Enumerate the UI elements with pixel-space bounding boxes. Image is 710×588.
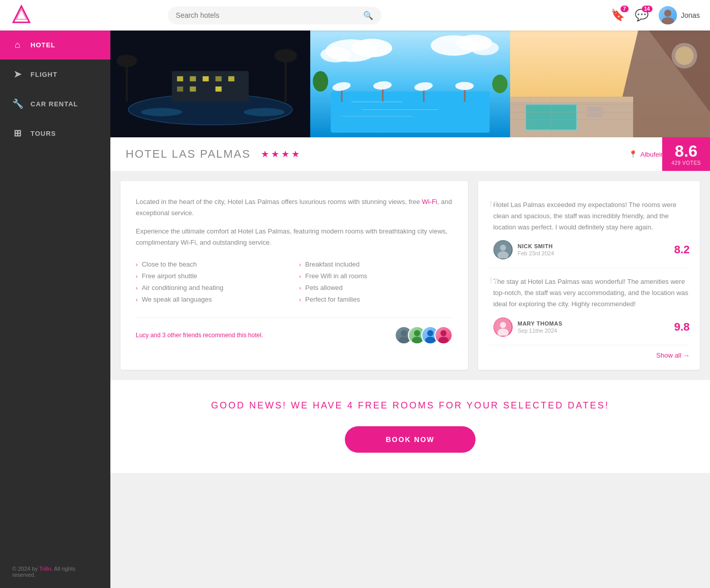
amenity-arrow-1: › <box>299 261 301 268</box>
star-1: ★ <box>261 149 269 160</box>
amenity-4: › Air conditioning and heating <box>136 284 289 291</box>
amenity-2: › Free airport shuttle <box>136 272 289 280</box>
svg-rect-15 <box>190 76 196 81</box>
sidebar-item-car-rental[interactable]: 🔧 CAR RENTAL <box>0 89 110 119</box>
svg-rect-48 <box>510 97 633 102</box>
hero-image-1[interactable] <box>110 31 310 137</box>
reviewer-date-0: Feb 23rd 2024 <box>518 250 669 256</box>
amenity-3: › Free Wifi in all rooms <box>299 272 452 280</box>
amenity-arrow-5: › <box>299 285 301 291</box>
content-area: Located in the heart of the city, Hotel … <box>110 171 710 380</box>
friends-text: Lucy and 3 other friends recommend this … <box>136 332 263 339</box>
svg-point-38 <box>455 82 474 90</box>
hotel-name: HOTEL LAS PALMAS <box>126 148 251 161</box>
svg-point-8 <box>244 108 285 116</box>
svg-point-12 <box>274 49 297 62</box>
amenities-list: › Close to the beach › Breakfast include… <box>136 260 453 303</box>
header: 🔍 🔖 7 💬 14 Jonas <box>0 0 710 31</box>
hotel-stars: ★ ★ ★ ★ <box>261 149 300 160</box>
reviewer-date-1: Sep 11the 2024 <box>518 328 669 334</box>
sidebar-item-tours[interactable]: ⊞ TOURS <box>0 119 110 148</box>
svg-rect-11 <box>285 56 287 102</box>
amenity-text-1: Breakfast included <box>305 260 360 268</box>
amenity-text-5: Pets allowed <box>305 284 343 291</box>
show-all-reviews[interactable]: Show all → <box>488 345 690 360</box>
svg-point-7 <box>141 108 182 116</box>
amenity-1: › Breakfast included <box>299 260 452 268</box>
amenity-text-6: We speak all languages <box>142 296 212 303</box>
amenity-arrow-2: › <box>136 273 138 279</box>
search-input[interactable] <box>176 11 363 19</box>
sidebar-item-tours-label: TOURS <box>31 130 56 137</box>
star-3: ★ <box>281 149 289 160</box>
rating-score: 8.6 <box>671 143 701 159</box>
cta-title-highlight: 4 FREE ROOMS <box>347 400 435 410</box>
hero-gallery <box>110 31 710 137</box>
amenity-arrow-6: › <box>136 297 138 303</box>
svg-point-10 <box>116 55 137 67</box>
hero-image-3[interactable] <box>510 31 710 137</box>
footer-link[interactable]: Trillo <box>39 566 51 572</box>
reviews-card: " Hotel Las Palmas exceeded my expectati… <box>478 181 700 370</box>
amenity-7: › Perfect for families <box>299 296 452 303</box>
svg-point-2 <box>664 10 671 17</box>
svg-point-61 <box>399 337 409 343</box>
cta-title: GOOD NEWS! WE HAVE 4 FREE ROOMS FOR YOUR… <box>121 400 700 411</box>
svg-point-60 <box>401 330 407 336</box>
svg-point-59 <box>675 46 693 65</box>
amenity-text-2: Free airport shuttle <box>142 272 197 280</box>
svg-rect-21 <box>216 86 222 92</box>
show-all-link[interactable]: Show all → <box>656 351 690 359</box>
reviewer-score-0: 8.2 <box>674 243 690 256</box>
hotel-description-2: Experience the ultimate comfort at Hotel… <box>136 226 453 248</box>
wifi-link[interactable]: Wi-Fi <box>422 198 437 205</box>
cta-title-prefix: GOOD NEWS! WE HAVE <box>211 400 347 410</box>
svg-rect-18 <box>228 76 234 81</box>
review-item-1: " The stay at Hotel Las Palmas was wonde… <box>488 268 690 345</box>
svg-point-72 <box>500 322 506 328</box>
quote-mark-1: " <box>488 273 498 299</box>
review-text-1: The stay at Hotel Las Palmas was wonderf… <box>488 276 690 310</box>
svg-point-64 <box>427 330 433 336</box>
hotel-description-1: Located in the heart of the city, Hotel … <box>136 196 453 219</box>
amenity-6: › We speak all languages <box>136 296 289 303</box>
messages-button[interactable]: 💬 14 <box>635 9 648 22</box>
amenity-arrow-0: › <box>136 261 138 268</box>
amenity-text-7: Perfect for families <box>305 296 360 303</box>
star-2: ★ <box>271 149 279 160</box>
svg-point-40 <box>492 75 508 93</box>
reviewer-avatar-0 <box>493 240 513 259</box>
book-now-button[interactable]: BOOK NOW <box>345 426 475 453</box>
svg-point-65 <box>425 337 435 343</box>
cta-title-suffix: FOR YOUR SELECTED DATES! <box>435 400 609 410</box>
svg-rect-51 <box>587 107 602 111</box>
sidebar-item-hotel-label: HOTEL <box>31 41 55 49</box>
user-name: Jonas <box>681 11 700 19</box>
svg-point-66 <box>440 330 447 336</box>
sidebar-item-hotel[interactable]: ⌂ HOTEL <box>0 31 110 60</box>
bookmarks-button[interactable]: 🔖 7 <box>611 9 625 22</box>
search-bar[interactable]: 🔍 <box>168 7 381 24</box>
svg-rect-13 <box>172 71 249 102</box>
reviewer-avatar-1 <box>493 317 513 337</box>
hero-image-2[interactable] <box>310 31 510 137</box>
quote-mark-0: " <box>488 196 498 222</box>
friends-recommendation: Lucy and 3 other friends recommend this … <box>136 317 453 344</box>
review-item-0: " Hotel Las Palmas exceeded my expectati… <box>488 191 690 268</box>
svg-point-39 <box>313 71 328 92</box>
user-menu[interactable]: Jonas <box>659 6 700 24</box>
footer-text: © 2024 by Trillo. All rights reserved. <box>12 566 98 578</box>
svg-point-63 <box>412 337 422 343</box>
search-icon: 🔍 <box>363 11 373 20</box>
rating-box: 8.6 429 VOTES <box>662 137 710 171</box>
car-icon: 🔧 <box>12 98 23 109</box>
header-actions: 🔖 7 💬 14 Jonas <box>611 6 700 24</box>
svg-rect-20 <box>190 86 196 92</box>
hotel-details-card: Located in the heart of the city, Hotel … <box>121 181 468 370</box>
svg-point-28 <box>470 41 498 55</box>
map-icon: ⊞ <box>12 128 23 139</box>
svg-rect-17 <box>216 76 222 81</box>
svg-rect-14 <box>177 76 183 81</box>
sidebar-item-flight[interactable]: ➤ FLIGHT <box>0 60 110 89</box>
logo[interactable] <box>10 4 33 26</box>
